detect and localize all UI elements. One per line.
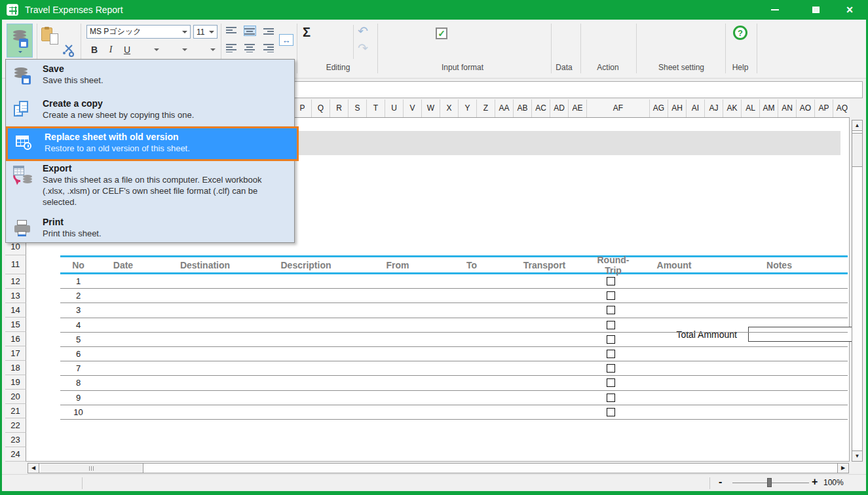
row-header[interactable]: 14 (5, 303, 26, 318)
align-middle-icon[interactable] (244, 26, 255, 35)
column-header[interactable]: V (404, 100, 422, 117)
table-column-header[interactable]: From (352, 260, 443, 270)
row-header[interactable]: 21 (5, 404, 26, 418)
vertical-scroll-thumb[interactable] (852, 133, 862, 167)
font-family-select[interactable]: MS Pゴシック (86, 25, 191, 39)
table-row[interactable]: 8 (60, 376, 848, 390)
maximize-button[interactable] (801, 0, 830, 20)
align-top-icon[interactable] (226, 26, 237, 35)
horizontal-scroll-thumb[interactable] (41, 464, 143, 473)
column-header[interactable]: T (367, 100, 385, 117)
column-header[interactable]: AI (687, 100, 705, 117)
row-header[interactable]: 17 (5, 346, 26, 361)
row-header[interactable]: 11 (5, 255, 26, 274)
sum-icon[interactable]: Σ (303, 25, 311, 40)
cut-icon[interactable] (62, 43, 75, 56)
table-column-header[interactable]: Destination (150, 260, 260, 270)
table-row[interactable]: 3 (60, 303, 848, 318)
merge-cells-icon[interactable]: ↔ (279, 34, 293, 46)
column-header[interactable]: AF (587, 100, 650, 117)
row-number-cell[interactable]: 3 (60, 303, 96, 317)
column-header[interactable]: Q (312, 100, 330, 117)
bold-button[interactable]: B (88, 43, 101, 56)
table-column-header[interactable]: Notes (711, 260, 848, 270)
row-header[interactable]: 20 (5, 390, 26, 404)
column-header[interactable]: Y (459, 100, 477, 117)
row-header[interactable]: 18 (5, 361, 26, 375)
table-row[interactable]: 7 (60, 361, 848, 376)
close-button[interactable]: × (835, 0, 864, 20)
scroll-down-icon[interactable]: ▼ (852, 450, 862, 461)
zoom-in-button[interactable]: + (812, 476, 818, 488)
help-icon[interactable]: ? (733, 26, 747, 40)
redo-icon[interactable]: ↷ (358, 41, 368, 56)
round-trip-checkbox[interactable] (607, 394, 615, 402)
undo-icon[interactable]: ↶ (358, 24, 368, 39)
table-row[interactable]: 9 (60, 391, 848, 405)
round-trip-checkbox[interactable] (607, 364, 615, 373)
column-header[interactable]: X (440, 100, 459, 117)
column-header[interactable]: AD (550, 100, 569, 117)
italic-button[interactable]: I (104, 43, 117, 56)
table-column-header[interactable]: No (60, 260, 96, 270)
menu-item[interactable]: Replace sheet with old version Restore t… (6, 126, 299, 161)
round-trip-checkbox[interactable] (607, 350, 615, 358)
column-header[interactable]: AJ (705, 100, 723, 117)
column-header[interactable]: AK (723, 100, 742, 117)
row-header[interactable]: 22 (5, 418, 26, 433)
zoom-slider-handle[interactable] (767, 478, 772, 487)
row-header[interactable]: 15 (5, 318, 26, 332)
row-header[interactable]: 16 (5, 332, 26, 346)
row-number-cell[interactable]: 10 (60, 405, 96, 419)
menu-item[interactable]: Export Save this sheet as a file on this… (6, 161, 294, 211)
row-number-cell[interactable]: 2 (60, 289, 96, 302)
row-header[interactable]: 24 (5, 447, 26, 462)
fill-color-dropdown-icon[interactable] (182, 48, 187, 54)
vertical-scrollbar[interactable]: ▲ ▼ (852, 120, 863, 462)
minimize-button[interactable] (761, 0, 789, 20)
align-center-icon[interactable] (244, 43, 255, 52)
table-column-header[interactable]: Description (260, 260, 352, 270)
table-row[interactable]: 1 (60, 274, 848, 289)
column-header[interactable]: AO (797, 100, 815, 117)
round-trip-checkbox[interactable] (607, 277, 615, 285)
table-row[interactable]: 6 (60, 347, 848, 361)
row-number-cell[interactable]: 8 (60, 376, 96, 390)
align-bottom-icon[interactable] (263, 26, 274, 35)
menu-item[interactable]: Create a copy Create a new sheet by copy… (6, 96, 294, 126)
column-header[interactable]: U (385, 100, 404, 117)
column-header[interactable]: AC (532, 100, 550, 117)
column-header[interactable]: AM (760, 100, 778, 117)
column-header[interactable]: AG (650, 100, 668, 117)
save-menu-button[interactable] (7, 24, 33, 58)
column-header[interactable]: AL (742, 100, 760, 117)
row-number-cell[interactable]: 6 (60, 347, 96, 361)
font-color-dropdown-icon[interactable] (210, 48, 216, 54)
underline-button[interactable]: U (121, 43, 134, 56)
row-number-cell[interactable]: 4 (60, 318, 96, 332)
column-header[interactable]: AE (569, 100, 587, 117)
table-row[interactable]: 4 (60, 318, 848, 333)
horizontal-scrollbar[interactable]: ◀ ▶ (28, 463, 849, 473)
column-header[interactable]: AN (778, 100, 797, 117)
row-header[interactable]: 19 (5, 375, 26, 390)
row-number-cell[interactable]: 7 (60, 361, 96, 375)
table-column-header[interactable]: Date (96, 260, 150, 270)
scroll-right-icon[interactable]: ▶ (837, 464, 848, 473)
scroll-left-icon[interactable]: ◀ (28, 464, 39, 473)
table-column-header[interactable]: Transport (500, 260, 589, 270)
round-trip-checkbox[interactable] (607, 306, 615, 314)
round-trip-checkbox[interactable] (607, 408, 615, 416)
round-trip-checkbox[interactable] (607, 321, 615, 329)
table-row[interactable]: 2 (60, 289, 848, 303)
table-row[interactable]: 10 (60, 405, 848, 420)
table-column-header[interactable]: Amount (637, 260, 711, 270)
table-column-header[interactable]: To (443, 260, 500, 270)
row-number-cell[interactable]: 5 (60, 333, 96, 346)
column-header[interactable]: AP (815, 100, 833, 117)
row-number-cell[interactable]: 9 (60, 391, 96, 405)
column-header[interactable]: Z (477, 100, 495, 117)
column-header[interactable]: P (293, 100, 312, 117)
row-header[interactable]: 12 (5, 274, 26, 289)
round-trip-checkbox[interactable] (607, 291, 615, 300)
